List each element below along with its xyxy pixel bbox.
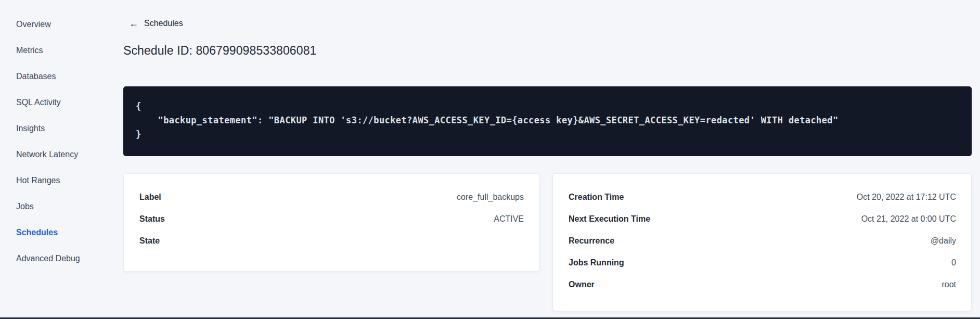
sidebar: Overview Metrics Databases SQL Activity … — [0, 0, 102, 319]
back-link[interactable]: ← Schedules — [129, 19, 183, 28]
detail-cards: Label core_full_backups Status ACTIVE St… — [123, 173, 972, 311]
sidebar-item-label: Metrics — [16, 46, 43, 55]
schedule-definition-code: { "backup_statement": "BACKUP INTO 's3:/… — [123, 86, 972, 156]
detail-row: Owner root — [569, 274, 956, 296]
sidebar-item-sql-activity[interactable]: SQL Activity — [0, 90, 102, 116]
detail-row-value: 0 — [951, 258, 956, 267]
detail-row-value: @daily — [931, 236, 956, 246]
page: Overview Metrics Databases SQL Activity … — [0, 0, 980, 319]
sidebar-item-schedules[interactable]: Schedules — [0, 220, 102, 246]
sidebar-item-label: Advanced Debug — [16, 254, 80, 263]
main-content: ← Schedules Schedule ID: 806799098533806… — [102, 0, 980, 319]
sidebar-item-jobs[interactable]: Jobs — [0, 194, 102, 220]
sidebar-item-label: Databases — [16, 72, 56, 81]
detail-row-label: Owner — [569, 280, 595, 289]
detail-row: Next Execution Time Oct 21, 2022 at 0:00… — [569, 208, 956, 230]
detail-row: State — [139, 230, 524, 252]
sidebar-item-label: Insights — [16, 124, 45, 133]
sidebar-item-label: SQL Activity — [16, 98, 61, 107]
schedule-timing-card: Creation Time Oct 20, 2022 at 17:12 UTC … — [552, 173, 972, 311]
sidebar-item-metrics[interactable]: Metrics — [0, 37, 102, 63]
detail-row-value: ACTIVE — [494, 214, 524, 224]
sidebar-item-insights[interactable]: Insights — [0, 116, 102, 142]
detail-row: Status ACTIVE — [139, 208, 524, 230]
detail-row: Jobs Running 0 — [569, 252, 956, 274]
detail-row-label: Jobs Running — [569, 258, 624, 267]
sidebar-item-label: Jobs — [16, 202, 34, 211]
sidebar-item-label: Schedules — [16, 228, 58, 237]
detail-row-label: Creation Time — [569, 193, 624, 202]
page-title: Schedule ID: 806799098533806081 — [123, 44, 972, 58]
schedule-summary-card: Label core_full_backups Status ACTIVE St… — [123, 173, 539, 272]
sidebar-item-advanced-debug[interactable]: Advanced Debug — [0, 246, 102, 272]
detail-row: Creation Time Oct 20, 2022 at 17:12 UTC — [569, 186, 956, 208]
detail-row-value: core_full_backups — [457, 193, 524, 202]
detail-row-label: Status — [139, 214, 165, 224]
sidebar-item-overview[interactable]: Overview — [0, 11, 102, 37]
sidebar-item-hot-ranges[interactable]: Hot Ranges — [0, 168, 102, 194]
sidebar-item-network-latency[interactable]: Network Latency — [0, 142, 102, 168]
sidebar-item-label: Network Latency — [16, 150, 78, 159]
sidebar-item-databases[interactable]: Databases — [0, 63, 102, 90]
detail-row: Label core_full_backups — [139, 186, 524, 208]
detail-row-value: Oct 20, 2022 at 17:12 UTC — [857, 193, 956, 202]
sidebar-item-label: Hot Ranges — [16, 176, 60, 185]
detail-row-value: Oct 21, 2022 at 0:00 UTC — [861, 214, 956, 224]
back-link-label: Schedules — [144, 19, 183, 28]
detail-row-label: Label — [139, 193, 161, 202]
detail-row: Recurrence @daily — [569, 230, 956, 252]
detail-row-label: Recurrence — [569, 236, 614, 246]
sidebar-item-label: Overview — [16, 20, 51, 29]
detail-row-label: Next Execution Time — [569, 214, 650, 224]
detail-row-label: State — [139, 236, 160, 246]
arrow-left-icon: ← — [129, 19, 138, 28]
detail-row-value: root — [942, 280, 956, 289]
